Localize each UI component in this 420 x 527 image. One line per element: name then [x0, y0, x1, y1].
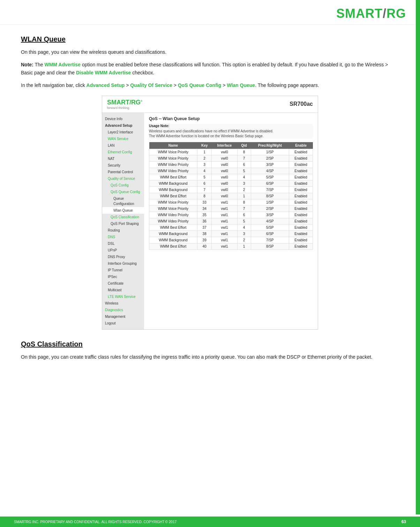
sidebar-item-dns[interactable]: DNS [102, 234, 144, 240]
sidebar-item-parental-control[interactable]: Parental Control [102, 169, 144, 175]
table-cell-6-1: 7 [197, 186, 211, 193]
nav-link-advanced-setup[interactable]: Advanced Setup [87, 82, 125, 88]
usage-note-title: Usage Note: [149, 124, 313, 128]
sidebar-item-management[interactable]: Management [102, 313, 144, 320]
nav-link-wlan-queue[interactable]: Wlan Queue [227, 82, 255, 88]
table-cell-8-4: 1/SP [251, 199, 289, 205]
screenshot-main-content: QoS -- Wlan Queue Setup Usage Note: Wire… [144, 113, 318, 329]
nav-link-qos-queue-config[interactable]: QoS Queue Config [178, 82, 221, 88]
screenshot-logo-sub: forward thinking [107, 106, 142, 110]
sidebar-item-wan-service[interactable]: WAN Service [102, 136, 144, 142]
table-cell-15-2: vwl1 [212, 243, 237, 249]
wmm-advertise-link1[interactable]: WMM Advertise [44, 62, 81, 67]
table-row: WMM Background7vwl027/SPEnabled [149, 186, 313, 193]
table-cell-6-3: 2 [237, 186, 251, 193]
table-cell-10-0: WMM Video Priority [149, 212, 197, 218]
table-cell-12-4: 5/SP [251, 224, 289, 230]
table-cell-1-0: WMM Voice Priority [149, 155, 197, 161]
wlan-queue-section: WLAN Queue On this page, you can view th… [21, 35, 399, 330]
table-cell-1-2: vwl0 [212, 155, 237, 161]
screenshot-sidebar: Device Info Advanced Setup Layer2 Interf… [102, 113, 144, 329]
table-row: WMM Voice Priority2vwl072/SPEnabled [149, 155, 313, 161]
table-cell-1-4: 2/SP [251, 155, 289, 161]
usage-note-line2: The WMM Advertise function is located on… [149, 134, 313, 139]
sidebar-item-lan[interactable]: LAN [102, 142, 144, 149]
table-cell-14-5: Enabled [289, 237, 313, 243]
sidebar-item-diagnostics[interactable]: Diagnostics [102, 307, 144, 313]
table-cell-9-5: Enabled [289, 205, 313, 212]
sidebar-item-dns-proxy[interactable]: DNS Proxy [102, 254, 144, 260]
sidebar-item-advanced-setup[interactable]: Advanced Setup [102, 122, 144, 129]
wlan-queue-desc: On this page, you can view the wireless … [21, 48, 399, 56]
table-cell-0-3: 8 [237, 149, 251, 155]
sidebar-item-qos-port-shaping[interactable]: QoS Port Shaping [102, 220, 144, 227]
table-header-row: Name Key Interface Qid Prec/Alg/Wght Ena… [149, 142, 313, 149]
table-row: WMM Video Priority4vwl054/SPEnabled [149, 168, 313, 174]
table-cell-1-3: 7 [237, 155, 251, 161]
sidebar-item-interface-grouping[interactable]: Interface Grouping [102, 260, 144, 267]
table-cell-11-3: 5 [237, 218, 251, 224]
sidebar-item-dsl[interactable]: DSL [102, 240, 144, 247]
table-cell-11-2: vwl1 [212, 218, 237, 224]
screenshot-page-title: QoS -- Wlan Queue Setup [149, 116, 313, 121]
sidebar-item-upnp[interactable]: UPnP [102, 247, 144, 254]
table-cell-6-2: vwl0 [212, 186, 237, 193]
sidebar-item-qos[interactable]: Quality of Service [102, 175, 144, 182]
table-cell-8-2: vwl1 [212, 199, 237, 205]
table-cell-14-0: WMM Background [149, 237, 197, 243]
sidebar-item-layer2[interactable]: Layer2 Interface [102, 129, 144, 136]
table-row: WMM Video Priority35vwl163/SPEnabled [149, 212, 313, 218]
table-cell-1-1: 2 [197, 155, 211, 161]
sidebar-item-nat[interactable]: NAT [102, 155, 144, 162]
footer-copyright: SMARTRG INC. PROPRIETARY AND CONFIDENTIA… [14, 520, 177, 524]
sidebar-item-certificate[interactable]: Certificate [102, 280, 144, 287]
sidebar-item-qos-config[interactable]: QoS Config [102, 182, 144, 189]
table-cell-3-2: vwl0 [212, 168, 237, 174]
col-header-enable: Enable [289, 142, 313, 149]
table-cell-7-5: Enabled [289, 193, 313, 199]
sidebar-item-wlan-queue[interactable]: Wlan Queue [102, 207, 144, 214]
table-cell-7-0: WMM Best Effort [149, 193, 197, 199]
table-row: WMM Best Effort8vwl018/SPEnabled [149, 193, 313, 199]
sidebar-item-security[interactable]: Security [102, 162, 144, 169]
sidebar-item-logout[interactable]: Logout [102, 320, 144, 327]
sidebar-item-wireless[interactable]: Wireless [102, 300, 144, 307]
table-row: WMM Best Effort37vwl145/SPEnabled [149, 224, 313, 230]
table-cell-15-5: Enabled [289, 243, 313, 249]
table-cell-14-3: 2 [237, 237, 251, 243]
table-cell-6-4: 7/SP [251, 186, 289, 193]
sidebar-item-ip-tunnel[interactable]: IP Tunnel [102, 267, 144, 273]
table-cell-7-4: 8/SP [251, 193, 289, 199]
table-cell-5-3: 3 [237, 180, 251, 186]
table-row: WMM Voice Priority33vwl181/SPEnabled [149, 199, 313, 205]
table-cell-3-5: Enabled [289, 168, 313, 174]
table-cell-12-3: 4 [237, 224, 251, 230]
sidebar-item-device-info[interactable]: Device Info [102, 116, 144, 122]
nav-link-qos[interactable]: Quality Of Service [130, 82, 172, 88]
sidebar-item-qos-classification[interactable]: QoS Classification [102, 214, 144, 220]
table-cell-2-4: 3/SP [251, 161, 289, 168]
sidebar-item-ethernet-config[interactable]: Ethernet Config [102, 149, 144, 155]
screenshot-header: SMART/RG® forward thinking SR700ac [102, 96, 318, 113]
table-cell-2-1: 3 [197, 161, 211, 168]
table-cell-8-1: 33 [197, 199, 211, 205]
sidebar-item-queue-configuration[interactable]: Queue Configuration [102, 195, 144, 207]
table-row: WMM Video Priority3vwl063/SPEnabled [149, 161, 313, 168]
table-cell-4-3: 4 [237, 174, 251, 180]
table-cell-1-5: Enabled [289, 155, 313, 161]
table-cell-3-0: WMM Video Priority [149, 168, 197, 174]
sidebar-item-lte-wan[interactable]: LTE WAN Service [102, 293, 144, 300]
screenshot-body: Device Info Advanced Setup Layer2 Interf… [102, 113, 318, 329]
sidebar-item-ipsec[interactable]: IPSec [102, 273, 144, 280]
sidebar-item-routing[interactable]: Routing [102, 227, 144, 234]
table-row: WMM Voice Priority34vwl172/SPEnabled [149, 205, 313, 212]
wmm-advertise-link2[interactable]: Disable WMM Advertise [76, 70, 131, 75]
table-cell-4-2: vwl0 [212, 174, 237, 180]
table-cell-10-3: 6 [237, 212, 251, 218]
table-cell-3-1: 4 [197, 168, 211, 174]
sidebar-item-multicast[interactable]: Multicast [102, 287, 144, 293]
col-header-name: Name [149, 142, 197, 149]
sidebar-item-qos-queue-config[interactable]: QoS Queue Config [102, 189, 144, 195]
table-cell-10-4: 3/SP [251, 212, 289, 218]
usage-note-line1: Wireless queues and classifications have… [149, 129, 313, 134]
